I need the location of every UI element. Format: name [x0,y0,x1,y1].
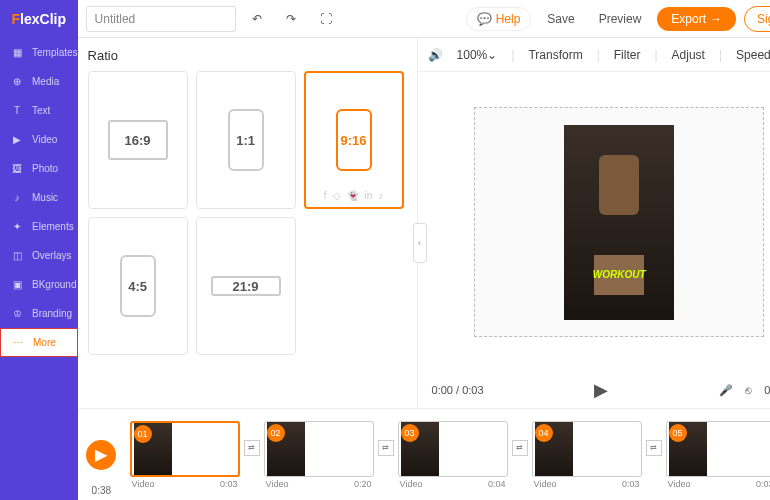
ratio-21-9[interactable]: 21:9 [196,217,296,355]
zoom-select[interactable]: 100%⌄ [457,48,498,62]
video-icon: ▶ [10,133,24,147]
speed-button[interactable]: Speed [736,48,770,62]
tiktok-icon: ♪ [378,190,383,201]
save-button[interactable]: Save [539,8,582,30]
content: Ratio 16:9 1:1 9:16 f◇👻in♪ 4:5 21:9 ‹ 🔊 … [78,38,770,408]
clip-05[interactable]: 05Video0:03 [666,421,770,489]
timeline-play-button[interactable]: ▶ [86,440,116,470]
export-button[interactable]: Export → [657,7,736,31]
nav-more[interactable]: ⋯More [0,328,78,357]
nav-overlays[interactable]: ◫Overlays [0,241,78,270]
clip-number: 03 [401,424,419,442]
ratio-panel: Ratio 16:9 1:1 9:16 f◇👻in♪ 4:5 21:9 ‹ [78,38,418,408]
clip-01[interactable]: 01Video0:03 [130,421,240,489]
redo-button[interactable]: ↷ [278,8,304,30]
clip-type: Video [132,479,155,489]
timeline: ▶ 0:38 01Video0:03⇄02Video0:20⇄03Video0:… [78,408,770,500]
elements-icon: ✦ [10,220,24,234]
help-icon: 💬 [477,12,492,26]
volume-button[interactable]: 🔊 [428,48,443,62]
background-icon: ▣ [10,278,24,292]
nav-photo[interactable]: 🖼Photo [0,154,78,183]
facebook-icon: f [324,190,327,201]
help-button[interactable]: 💬Help [466,7,532,31]
clips-container: 01Video0:03⇄02Video0:20⇄03Video0:04⇄04Vi… [122,421,770,489]
ratio-grid: 16:9 1:1 9:16 f◇👻in♪ 4:5 21:9 [88,71,407,355]
nav-text[interactable]: TText [0,96,78,125]
topbar: Untitled ↶ ↷ ⛶ 💬Help Save Preview Export… [78,0,770,38]
main: Untitled ↶ ↷ ⛶ 💬Help Save Preview Export… [78,0,770,500]
nav-templates[interactable]: ▦Templates [0,38,78,67]
clip-type: Video [534,479,557,489]
nav-music[interactable]: ♪Music [0,183,78,212]
preview-toolbar: 🔊 100%⌄ | Transform | Filter | Adjust | … [418,38,770,72]
mic-button[interactable]: 🎤 [719,384,733,397]
clip-number: 02 [267,424,285,442]
instagram-icon: ◇ [333,190,341,201]
filter-button[interactable]: Filter [614,48,641,62]
nav-elements[interactable]: ✦Elements [0,212,78,241]
ratio-4-5[interactable]: 4:5 [88,217,188,355]
branding-icon: ♔ [10,307,24,321]
media-icon: ⊕ [10,75,24,89]
clip-duration: 0:03 [622,479,640,489]
fullscreen-button[interactable]: ⛶ [312,8,340,30]
transition-button[interactable]: ⇄ [512,440,528,456]
nav-branding[interactable]: ♔Branding [0,299,78,328]
canvas[interactable]: WORKOUT [474,107,764,337]
ratio-16-9[interactable]: 16:9 [88,71,188,209]
clip-type: Video [266,479,289,489]
templates-icon: ▦ [10,46,24,60]
clip-number: 01 [134,425,152,443]
logo: FlexClip [0,0,78,38]
preview-button[interactable]: Preview [591,8,650,30]
video-preview: WORKOUT [564,125,674,320]
timeline-total: 0:38 [92,485,111,496]
preview-area: 🕓 WORKOUT [418,72,770,372]
ratio-9-16[interactable]: 9:16 f◇👻in♪ [304,71,404,209]
overlay-text: WORKOUT [593,269,646,280]
clip-type: Video [668,479,691,489]
snapchat-icon: 👻 [347,190,359,201]
adjust-button[interactable]: Adjust [672,48,705,62]
preview-panel: 🔊 100%⌄ | Transform | Filter | Adjust | … [418,38,770,408]
clip-number: 04 [535,424,553,442]
more-icon: ⋯ [11,336,25,350]
play-button[interactable]: ▶ [594,379,608,401]
clip-duration: 0:04 [488,479,506,489]
clip-duration: 0:03 [764,384,770,396]
split-button[interactable]: ⎋ [745,384,752,396]
overlays-icon: ◫ [10,249,24,263]
clip-duration: 0:20 [354,479,372,489]
transition-button[interactable]: ⇄ [646,440,662,456]
photo-icon: 🖼 [10,162,24,176]
ratio-label: Ratio [88,48,407,63]
time-display: 0:00 / 0:03 [432,384,484,396]
clip-number: 05 [669,424,687,442]
clip-02[interactable]: 02Video0:20 [264,421,374,489]
undo-button[interactable]: ↶ [244,8,270,30]
play-controls: 0:00 / 0:03 ▶ 🎤 ⎋ 0:03 ✂ [418,372,770,408]
transform-button[interactable]: Transform [528,48,582,62]
signup-button[interactable]: Sign Up [744,6,770,32]
social-icons: f◇👻in♪ [324,190,384,201]
transition-button[interactable]: ⇄ [378,440,394,456]
clip-03[interactable]: 03Video0:04 [398,421,508,489]
clip-type: Video [400,479,423,489]
clip-04[interactable]: 04Video0:03 [532,421,642,489]
nav-video[interactable]: ▶Video [0,125,78,154]
nav-media[interactable]: ⊕Media [0,67,78,96]
text-icon: T [10,104,24,118]
clip-duration: 0:03 [756,479,770,489]
transition-button[interactable]: ⇄ [244,440,260,456]
music-icon: ♪ [10,191,24,205]
clip-duration: 0:03 [220,479,238,489]
ratio-1-1[interactable]: 1:1 [196,71,296,209]
nav-bkground[interactable]: ▣BKground [0,270,78,299]
project-title-input[interactable]: Untitled [86,6,236,32]
linkedin-icon: in [365,190,373,201]
sidebar: FlexClip ▦Templates ⊕Media TText ▶Video … [0,0,78,500]
